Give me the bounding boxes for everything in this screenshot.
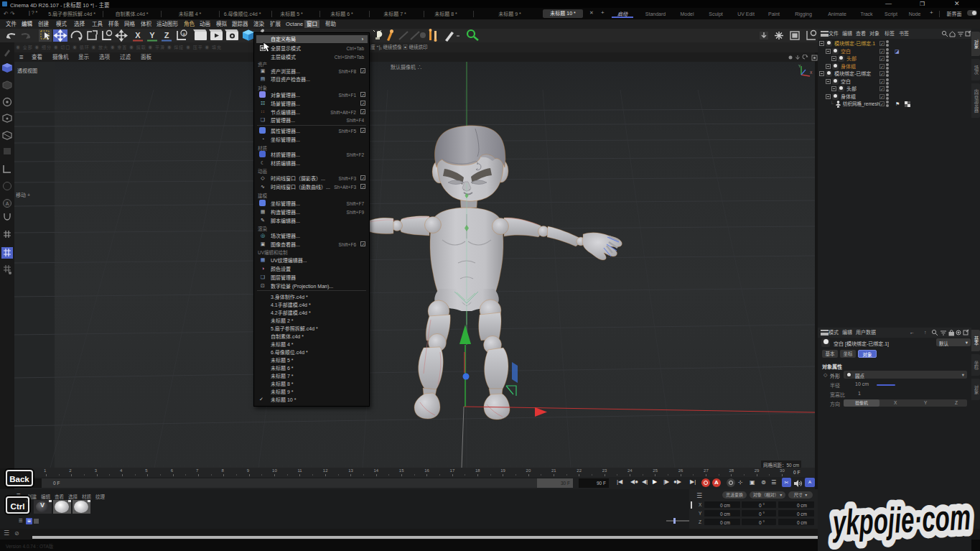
svg-text:⊕: ⊕ bbox=[182, 32, 185, 36]
svg-text:Y: Y bbox=[149, 31, 155, 40]
svg-text:X: X bbox=[810, 70, 813, 75]
svg-text:A: A bbox=[6, 201, 9, 206]
svg-text:ykpojie·com: ykpojie·com bbox=[831, 497, 971, 543]
svg-text:X: X bbox=[135, 31, 141, 40]
svg-text:Z: Z bbox=[164, 31, 169, 40]
